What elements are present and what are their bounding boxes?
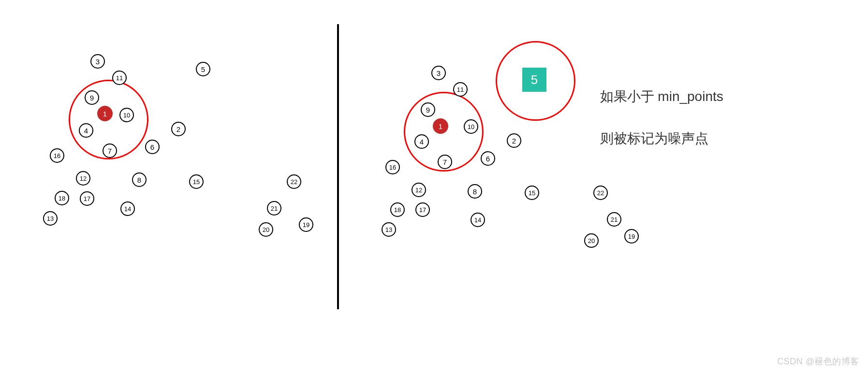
left_panel-node-label-2: 2 [177,126,180,133]
right_panel-node-label-18: 18 [394,207,401,213]
left_panel-node-6: 6 [145,140,160,154]
left_panel-node-21: 21 [267,201,281,215]
left_panel-node-10: 10 [119,108,134,122]
left_panel-node-5: 5 [196,62,210,76]
left_panel-node-label-21: 21 [271,205,278,212]
left_panel-node-16: 16 [50,148,64,163]
right_panel-node-16: 16 [385,160,400,174]
left_panel-node-9: 9 [85,90,99,105]
right_panel-node-label-22: 22 [597,190,604,196]
left_panel-node-label-7: 7 [108,147,112,155]
left_panel-node-15: 15 [189,174,204,189]
right_panel-node-6: 6 [481,151,495,166]
left_panel-node-label-12: 12 [80,175,87,182]
right_panel-node-label-11: 11 [457,86,464,93]
right_panel-node-19: 19 [624,229,639,244]
left_panel-node-14: 14 [120,201,135,216]
left_panel-node-17: 17 [80,191,94,206]
left_panel-node-20: 20 [259,222,273,237]
noise-point-label: 5 [531,72,538,87]
left_panel-node-2: 2 [171,122,186,136]
right_panel-node-8: 8 [468,184,482,199]
annotation-line-2: 则被标记为噪声点 [600,131,708,146]
left_panel-node-label-15: 15 [193,179,200,185]
left_panel-node-label-11: 11 [116,75,123,81]
right_panel-node-label-6: 6 [486,155,490,162]
left_panel-node-label-6: 6 [150,143,154,151]
left_panel-node-label-22: 22 [291,179,297,185]
right_panel-node-10: 10 [464,119,478,134]
annotation-text: 如果小于 min_points 则被标记为噪声点 [592,65,723,149]
left_panel-node-18: 18 [55,191,69,205]
right_panel-node-21: 21 [607,212,621,227]
left_panel-node-8: 8 [132,172,147,187]
left-core-node-1: 1 [97,106,113,121]
right_panel-node-label-21: 21 [611,216,618,223]
left_panel-node-label-14: 14 [124,206,131,212]
left_panel-node-13: 13 [43,211,58,226]
right_panel-node-label-2: 2 [512,137,516,144]
right_panel-node-label-4: 4 [420,138,424,145]
left_panel-node-12: 12 [76,171,90,186]
left-panel: 13115910472616128151718141322212019 [0,0,337,373]
right_panel-node-label-20: 20 [588,238,595,244]
right-core-label: 1 [439,123,442,130]
left_panel-node-label-13: 13 [47,215,54,222]
right_panel-node-11: 11 [453,82,468,97]
right_panel-node-20: 20 [584,233,599,248]
right_panel-node-label-8: 8 [473,188,477,195]
right_panel-node-9: 9 [421,102,435,117]
left_panel-node-22: 22 [287,174,301,189]
right_panel-node-label-17: 17 [419,207,426,213]
right_panel-node-7: 7 [438,155,452,169]
left_panel-node-label-5: 5 [201,66,205,73]
right_panel-node-4: 4 [414,134,429,149]
right_panel-node-15: 15 [525,186,539,200]
right_panel-node-label-16: 16 [389,164,396,171]
left_panel-node-3: 3 [90,54,105,69]
right_panel-node-label-3: 3 [437,70,441,77]
right-core-node-1: 1 [433,118,448,134]
left_panel-node-7: 7 [103,143,117,158]
left_panel-node-label-8: 8 [137,176,141,184]
left_panel-node-label-16: 16 [54,153,60,159]
left_panel-node-label-3: 3 [96,58,100,65]
right_panel-node-12: 12 [412,183,426,197]
right_panel-node-18: 18 [390,202,405,217]
right_panel-node-22: 22 [593,186,608,200]
left_panel-node-19: 19 [299,217,313,232]
left_panel-node-label-17: 17 [84,196,90,202]
left_panel-node-11: 11 [112,71,127,85]
left_panel-node-label-19: 19 [303,222,309,228]
left-core-label: 1 [103,110,107,117]
watermark: CSDN @褪色的博客 [777,356,859,367]
right_panel-node-label-14: 14 [474,217,481,223]
right_panel-node-13: 13 [382,222,396,237]
left_panel-node-label-4: 4 [84,127,88,134]
right-panel: 51311910472616128151718141322212019 [338,0,868,373]
right_panel-node-label-12: 12 [415,187,422,193]
right_panel-node-label-10: 10 [468,124,474,130]
left_panel-node-label-9: 9 [90,94,94,101]
right_panel-node-label-7: 7 [443,158,447,166]
annotation-line-1: 如果小于 min_points [600,89,723,104]
right_panel-node-2: 2 [507,133,521,148]
left_panel-node-label-18: 18 [59,195,65,201]
right_panel-node-label-15: 15 [529,190,535,196]
left_panel-node-label-10: 10 [123,112,130,118]
right_panel-node-17: 17 [415,202,430,217]
right_panel-node-label-9: 9 [426,106,430,114]
right_panel-node-label-13: 13 [385,227,392,233]
right_panel-node-label-19: 19 [628,233,635,240]
left_panel-node-4: 4 [79,123,93,138]
left_panel-node-label-20: 20 [263,227,269,233]
right_panel-node-14: 14 [471,213,485,227]
noise-point-box: 5 [522,68,546,92]
right_panel-node-3: 3 [431,66,446,80]
